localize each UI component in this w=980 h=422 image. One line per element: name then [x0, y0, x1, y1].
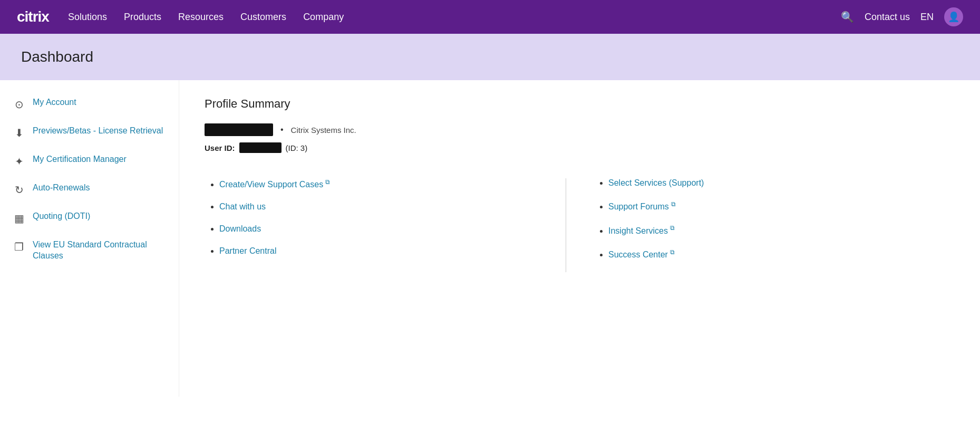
left-link-item-3: Partner Central — [219, 246, 561, 256]
nav-link-solutions[interactable]: Solutions — [68, 12, 107, 23]
nav-link-company[interactable]: Company — [303, 12, 344, 23]
right-link-item-1: Support Forums⧉ — [608, 200, 950, 212]
left-link-0[interactable]: Create/View Support Cases⧉ — [219, 180, 330, 189]
sidebar-label-my-account: My Account — [33, 97, 76, 108]
citrix-logo[interactable]: citrix — [17, 8, 49, 25]
right-link-2[interactable]: Insight Services⧉ — [608, 226, 675, 235]
left-link-item-2: Downloads — [219, 224, 561, 234]
language-selector[interactable]: EN — [920, 12, 934, 23]
sidebar-icon-auto-renewals: ↻ — [13, 184, 25, 196]
sidebar-icon-my-account: ⊙ — [13, 98, 25, 111]
external-link-icon: ⧉ — [671, 200, 676, 208]
left-link-3[interactable]: Partner Central — [219, 246, 277, 255]
sidebar-item-eu-clauses[interactable]: ❐View EU Standard Contractual Clauses — [13, 239, 166, 262]
left-links-column: Create/View Support Cases⧉Chat with usDo… — [205, 178, 566, 272]
external-link-icon: ⧉ — [325, 178, 330, 186]
main-content: ⊙My Account⬇Previews/Betas - License Ret… — [0, 80, 980, 397]
bullet-separator: • — [280, 125, 284, 135]
left-links-list: Create/View Support Cases⧉Chat with usDo… — [209, 178, 561, 256]
right-link-1[interactable]: Support Forums⧉ — [608, 202, 676, 211]
left-link-1[interactable]: Chat with us — [219, 202, 266, 211]
nav-link-products[interactable]: Products — [124, 12, 161, 23]
contact-us-link[interactable]: Contact us — [865, 12, 910, 23]
profile-name-redacted — [205, 123, 273, 136]
sidebar-icon-cert-manager: ✦ — [13, 155, 25, 168]
avatar-icon: 👤 — [948, 11, 959, 23]
right-link-0[interactable]: Select Services (Support) — [608, 178, 704, 187]
right-links-list: Select Services (Support)Support Forums⧉… — [598, 178, 950, 260]
profile-heading: Profile Summary — [205, 97, 955, 111]
nav-link-resources[interactable]: Resources — [178, 12, 224, 23]
sidebar: ⊙My Account⬇Previews/Betas - License Ret… — [0, 80, 179, 397]
sidebar-label-eu-clauses: View EU Standard Contractual Clauses — [33, 239, 166, 262]
sidebar-item-quoting[interactable]: ▦Quoting (DOTI) — [13, 211, 166, 225]
sidebar-label-previews-betas: Previews/Betas - License Retrieval — [33, 126, 163, 137]
right-link-item-3: Success Center⧉ — [608, 248, 950, 260]
sidebar-item-auto-renewals[interactable]: ↻Auto-Renewals — [13, 183, 166, 196]
sidebar-icon-eu-clauses: ❐ — [13, 241, 25, 253]
profile-userid-row: User ID: (ID: 3) — [205, 142, 955, 153]
external-link-icon: ⧉ — [670, 248, 675, 256]
right-link-3[interactable]: Success Center⧉ — [608, 250, 675, 259]
sidebar-item-previews-betas[interactable]: ⬇Previews/Betas - License Retrieval — [13, 126, 166, 139]
profile-company: Citrix Systems Inc. — [291, 126, 356, 135]
userid-value-redacted — [239, 142, 282, 153]
page-title: Dashboard — [21, 49, 959, 65]
dashboard-header: Dashboard — [0, 34, 980, 80]
sidebar-label-cert-manager: My Certification Manager — [33, 154, 127, 165]
search-icon[interactable]: 🔍 — [841, 11, 854, 23]
main-nav: citrix SolutionsProductsResourcesCustome… — [0, 0, 980, 34]
sidebar-icon-quoting: ▦ — [13, 212, 25, 225]
right-links-column: Select Services (Support)Support Forums⧉… — [566, 178, 955, 272]
nav-link-customers[interactable]: Customers — [240, 12, 286, 23]
profile-summary: Profile Summary • Citrix Systems Inc. Us… — [205, 97, 955, 153]
sidebar-icon-previews-betas: ⬇ — [13, 127, 25, 139]
nav-left: citrix SolutionsProductsResourcesCustome… — [17, 8, 344, 25]
profile-name-row: • Citrix Systems Inc. — [205, 123, 955, 136]
external-link-icon: ⧉ — [670, 224, 675, 232]
user-avatar[interactable]: 👤 — [944, 7, 963, 26]
right-link-item-0: Select Services (Support) — [608, 178, 950, 188]
left-link-item-0: Create/View Support Cases⧉ — [219, 178, 561, 189]
right-panel: Profile Summary • Citrix Systems Inc. Us… — [179, 80, 980, 397]
nav-links: SolutionsProductsResourcesCustomersCompa… — [68, 12, 344, 23]
nav-right: 🔍 Contact us EN 👤 — [841, 7, 963, 26]
right-link-item-2: Insight Services⧉ — [608, 224, 950, 235]
sidebar-item-my-account[interactable]: ⊙My Account — [13, 97, 166, 111]
sidebar-label-auto-renewals: Auto-Renewals — [33, 183, 90, 194]
left-link-2[interactable]: Downloads — [219, 224, 261, 233]
userid-suffix: (ID: 3) — [286, 143, 308, 152]
sidebar-item-cert-manager[interactable]: ✦My Certification Manager — [13, 154, 166, 168]
sidebar-label-quoting: Quoting (DOTI) — [33, 211, 90, 222]
links-section: Create/View Support Cases⧉Chat with usDo… — [205, 178, 955, 272]
left-link-item-1: Chat with us — [219, 202, 561, 212]
userid-label: User ID: — [205, 143, 235, 152]
